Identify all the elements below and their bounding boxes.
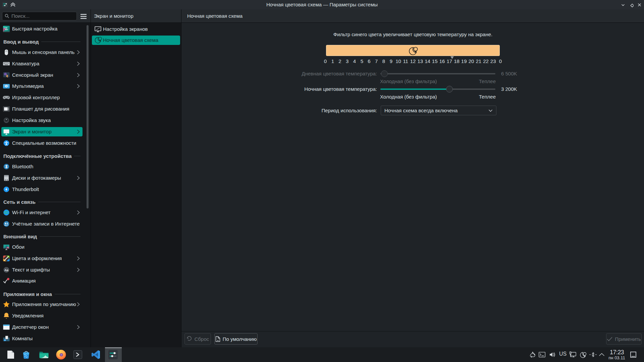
svg-text:3: 3 — [4, 339, 5, 341]
svg-text:Aa: Aa — [4, 268, 8, 272]
